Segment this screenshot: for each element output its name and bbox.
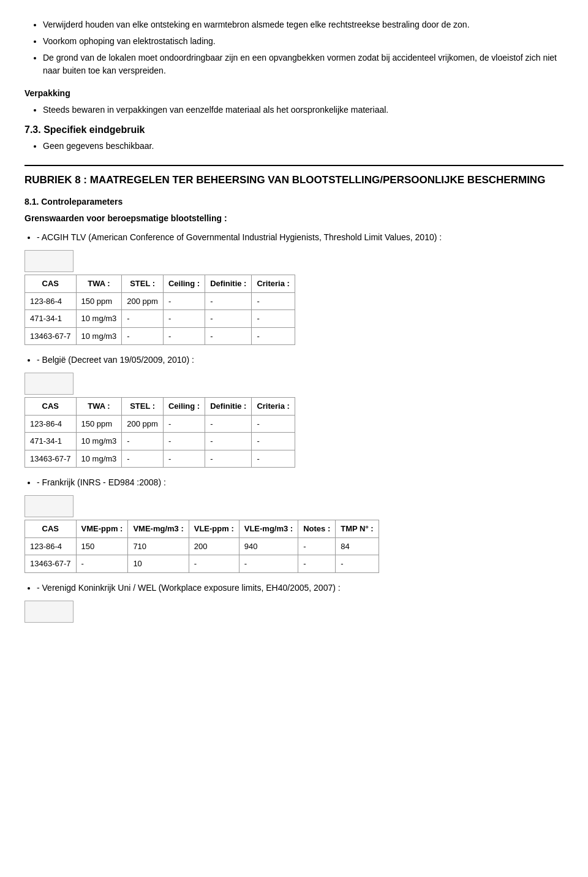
acgih-col-criteria: Criteria : bbox=[252, 275, 295, 293]
vk-table-preview-box bbox=[24, 601, 74, 623]
table-row: 123-86-4150 ppm200 ppm--- bbox=[25, 292, 295, 310]
frankrijk-table: CAS VME-ppm : VME-mg/m3 : VLE-ppm : VLE-… bbox=[24, 520, 379, 573]
table-row: 13463-67-710 mg/m3---- bbox=[25, 450, 295, 468]
table-row: 123-86-4150 ppm200 ppm--- bbox=[25, 415, 295, 433]
top-bullet-list: Verwijderd houden van elke ontsteking en… bbox=[43, 18, 564, 77]
acgih-col-twa: TWA : bbox=[76, 275, 122, 293]
belgie-table-preview-box bbox=[24, 373, 74, 395]
rubriek8-title: RUBRIEK 8 : MAATREGELEN TER BEHEERSING V… bbox=[24, 173, 564, 187]
frankrijk-table-preview-box bbox=[24, 495, 74, 517]
acgih-label: - ACGIH TLV (American Conference of Gove… bbox=[37, 231, 564, 244]
acgih-col-stel: STEL : bbox=[122, 275, 164, 293]
rubriek8-sub-heading: 8.1. Controleparameters bbox=[24, 196, 564, 208]
acgih-col-definitie: Definitie : bbox=[205, 275, 252, 293]
section-divider bbox=[24, 165, 564, 166]
fr-col-cas: CAS bbox=[25, 520, 77, 538]
belgie-col-cas: CAS bbox=[25, 398, 77, 416]
belgie-col-twa: TWA : bbox=[76, 398, 122, 416]
fr-col-tmp: TMP N° : bbox=[336, 520, 379, 538]
fr-col-vme-mg: VME-mg/m3 : bbox=[128, 520, 189, 538]
section-7-3-heading: 7.3. Specifiek eindgebruik bbox=[24, 123, 564, 137]
verpakking-list: Steeds bewaren in verpakkingen van eenze… bbox=[43, 104, 564, 116]
acgih-table-preview-box bbox=[24, 250, 74, 272]
belgie-col-definitie: Definitie : bbox=[205, 398, 252, 416]
table-row: 123-86-4150710200940-84 bbox=[25, 537, 379, 555]
belgie-col-criteria: Criteria : bbox=[252, 398, 295, 416]
table-row: 471-34-110 mg/m3---- bbox=[25, 310, 295, 328]
acgih-col-ceiling: Ceiling : bbox=[163, 275, 205, 293]
table-row: 13463-67-7-10---- bbox=[25, 555, 379, 573]
fr-col-vle-ppm: VLE-ppm : bbox=[189, 520, 239, 538]
frankrijk-label: - Frankrijk (INRS - ED984 :2008) : bbox=[37, 476, 564, 489]
belgie-col-ceiling: Ceiling : bbox=[163, 398, 205, 416]
vk-bullet-list: - Verenigd Koninkrijk Uni / WEL (Workpla… bbox=[37, 582, 564, 594]
fr-col-vle-mg: VLE-mg/m3 : bbox=[239, 520, 298, 538]
belgie-label: - België (Decreet van 19/05/2009, 2010) … bbox=[37, 354, 564, 366]
verpakking-label: Verpakking bbox=[24, 87, 564, 100]
fr-col-vme-ppm: VME-ppm : bbox=[76, 520, 128, 538]
acgih-table: CAS TWA : STEL : Ceiling : Definitie : C… bbox=[24, 275, 295, 345]
bullet-item-1: Verwijderd houden van elke ontsteking en… bbox=[43, 18, 564, 31]
belgie-table: CAS TWA : STEL : Ceiling : Definitie : C… bbox=[24, 397, 295, 468]
frankrijk-bullet-list: - Frankrijk (INRS - ED984 :2008) : bbox=[37, 476, 564, 489]
section-7-3-bullet: Geen gegevens beschikbaar. bbox=[43, 140, 564, 153]
acgih-bullet-list: - ACGIH TLV (American Conference of Gove… bbox=[37, 231, 564, 244]
section-7-3-list: Geen gegevens beschikbaar. bbox=[43, 140, 564, 153]
table-row: 13463-67-710 mg/m3---- bbox=[25, 327, 295, 345]
vk-label: - Verenigd Koninkrijk Uni / WEL (Workpla… bbox=[37, 582, 564, 594]
rubriek8-sub-heading2: Grenswaarden voor beroepsmatige blootste… bbox=[24, 212, 564, 225]
bullet-item-2: Voorkom ophoping van elektrostatisch lad… bbox=[43, 35, 564, 48]
fr-col-notes: Notes : bbox=[298, 520, 336, 538]
belgie-bullet-list: - België (Decreet van 19/05/2009, 2010) … bbox=[37, 354, 564, 366]
bullet-item-3: De grond van de lokalen moet ondoordring… bbox=[43, 51, 564, 77]
acgih-col-cas: CAS bbox=[25, 275, 77, 293]
belgie-col-stel: STEL : bbox=[122, 398, 164, 416]
table-row: 471-34-110 mg/m3---- bbox=[25, 433, 295, 450]
verpakking-bullet: Steeds bewaren in verpakkingen van eenze… bbox=[43, 104, 564, 116]
